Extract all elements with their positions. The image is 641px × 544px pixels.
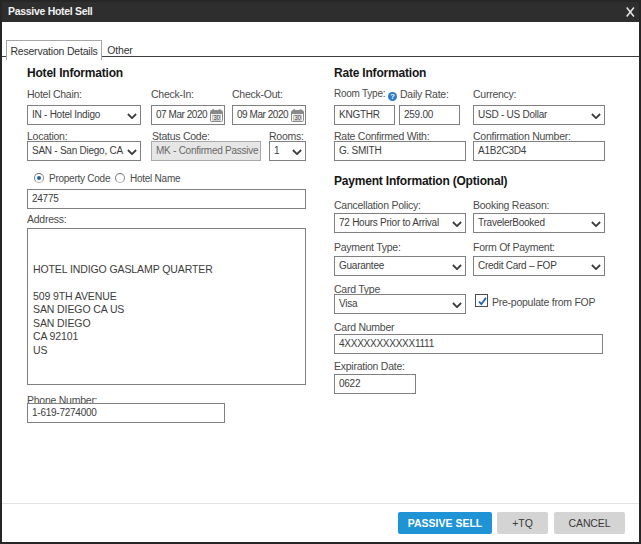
status-code-field: MK - Confirmed Passive [151, 141, 261, 161]
cancellation-policy-label: Cancellation Policy: [334, 199, 421, 211]
room-type-label: Room Type: [334, 88, 385, 99]
check-in-value: 07 Mar 2020 [156, 109, 207, 120]
chevron-down-icon [452, 264, 462, 270]
phone-number-input[interactable]: 1-619-7274000 [27, 403, 225, 423]
help-icon[interactable]: ? [388, 92, 397, 101]
tab-reservation-details[interactable]: Reservation Details [6, 40, 102, 60]
hotel-chain-label: Hotel Chain: [27, 88, 82, 100]
payment-type-select[interactable]: Guarantee [334, 256, 466, 276]
svg-text:30: 30 [294, 114, 301, 121]
property-code-value: 24775 [32, 193, 59, 204]
prepopulate-checkbox-label[interactable]: Pre-populate from FOP [492, 296, 595, 308]
chevron-down-icon [591, 264, 601, 270]
hotel-name-radio-label[interactable]: Hotel Name [130, 173, 180, 184]
property-code-radio[interactable] [34, 173, 44, 183]
card-number-label: Card Number [334, 321, 394, 333]
calendar-icon[interactable]: 30 [210, 109, 223, 122]
cancellation-policy-value: 72 Hours Prior to Arrival [339, 217, 439, 228]
title-bar: Passive Hotel Sell [0, 0, 641, 22]
passive-sell-button[interactable]: PASSIVE SELL [398, 512, 492, 534]
expiration-date-input[interactable]: 0622 [334, 374, 416, 394]
rate-confirmed-with-value: G. SMITH [339, 145, 381, 156]
rooms-select[interactable]: 1 [269, 141, 306, 161]
check-in-field[interactable]: 07 Mar 2020 30 [151, 105, 225, 125]
phone-number-value: 1-619-7274000 [32, 407, 97, 418]
booking-reason-select[interactable]: TravelerBooked [473, 213, 605, 233]
payment-type-value: Guarantee [339, 260, 384, 271]
confirmation-number-value: A1B2C3D4 [478, 145, 526, 156]
address-label: Address: [27, 213, 66, 225]
expiration-date-label: Expiration Date: [334, 360, 405, 372]
dialog-title: Passive Hotel Sell [8, 5, 92, 17]
prepopulate-checkbox[interactable] [475, 294, 488, 307]
payment-type-label: Payment Type: [334, 241, 401, 253]
chevron-down-icon [292, 149, 302, 155]
check-out-label: Check-Out: [232, 88, 283, 100]
confirmation-number-input[interactable]: A1B2C3D4 [473, 141, 605, 161]
chevron-down-icon [127, 149, 137, 155]
expiration-date-value: 0622 [339, 378, 360, 389]
card-number-input[interactable]: 4XXXXXXXXXXX1111 [334, 334, 603, 354]
calendar-icon[interactable]: 30 [291, 109, 304, 122]
check-out-value: 09 Mar 2020 [237, 109, 288, 120]
card-type-value: Visa [339, 298, 357, 309]
address-textarea[interactable]: HOTEL INDIGO GASLAMP QUARTER 509 9TH AVE… [27, 228, 306, 385]
room-type-input[interactable]: KNGTHR [334, 105, 395, 125]
form-of-payment-select[interactable]: Credit Card – FOP [473, 256, 605, 276]
payment-information-header: Payment Information (Optional) [334, 174, 507, 188]
booking-reason-value: TravelerBooked [478, 217, 545, 228]
check-in-label: Check-In: [151, 88, 194, 100]
tq-button[interactable]: +TQ [497, 512, 548, 534]
svg-text:30: 30 [213, 114, 220, 121]
daily-rate-input[interactable]: 259.00 [399, 105, 460, 125]
hotel-information-header: Hotel Information [27, 66, 123, 80]
tab-other[interactable]: Other [100, 43, 140, 58]
radio-dot [37, 176, 41, 180]
passive-hotel-sell-dialog: Passive Hotel Sell Reservation Details O… [0, 0, 641, 544]
card-type-select[interactable]: Visa [334, 294, 466, 314]
chevron-down-icon [591, 221, 601, 227]
currency-label: Currency: [473, 88, 516, 100]
currency-value: USD - US Dollar [478, 109, 547, 120]
form-of-payment-label: Form Of Payment: [473, 241, 555, 253]
rate-information-header: Rate Information [334, 66, 426, 80]
chevron-down-icon [452, 221, 462, 227]
location-value: SAN - San Diego, CA [32, 145, 123, 156]
cancel-button[interactable]: CANCEL [554, 512, 625, 534]
rooms-value: 1 [274, 145, 279, 156]
room-type-value: KNGTHR [339, 109, 380, 120]
location-select[interactable]: SAN - San Diego, CA [27, 141, 141, 161]
status-code-value: MK - Confirmed Passive [156, 145, 258, 156]
check-out-field[interactable]: 09 Mar 2020 30 [232, 105, 306, 125]
cancellation-policy-select[interactable]: 72 Hours Prior to Arrival [334, 213, 466, 233]
hotel-name-radio[interactable] [115, 173, 125, 183]
svg-text:?: ? [390, 92, 395, 101]
chevron-down-icon [452, 302, 462, 308]
hotel-chain-value: IN - Hotel Indigo [32, 109, 100, 120]
currency-select[interactable]: USD - US Dollar [473, 105, 605, 125]
daily-rate-label: Daily Rate: [400, 88, 449, 100]
booking-reason-label: Booking Reason: [473, 199, 549, 211]
property-code-radio-label[interactable]: Property Code [49, 173, 110, 184]
chevron-down-icon [591, 113, 601, 119]
footer-divider [0, 503, 641, 504]
chevron-down-icon [127, 113, 137, 119]
rate-confirmed-with-input[interactable]: G. SMITH [334, 141, 466, 161]
daily-rate-value: 259.00 [404, 109, 433, 120]
property-code-input[interactable]: 24775 [27, 189, 306, 209]
form-of-payment-value: Credit Card – FOP [478, 260, 557, 271]
close-icon[interactable] [626, 7, 635, 17]
check-icon [477, 296, 488, 307]
hotel-chain-select[interactable]: IN - Hotel Indigo [27, 105, 141, 125]
card-number-value: 4XXXXXXXXXXX1111 [339, 338, 434, 349]
